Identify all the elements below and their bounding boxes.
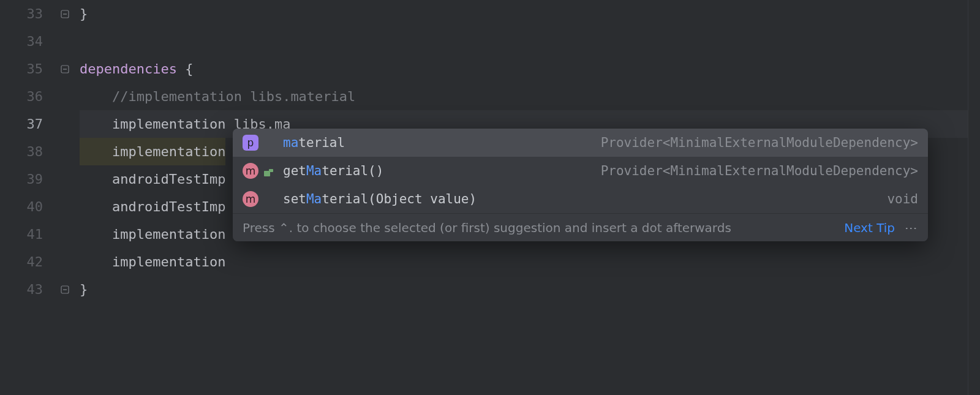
gutter-line: 35 bbox=[0, 55, 74, 83]
gutter-line: 43 bbox=[0, 276, 74, 303]
code-token bbox=[177, 61, 185, 77]
completion-item[interactable]: pmaterialProvider<MinimalExternalModuleD… bbox=[233, 129, 928, 157]
code-token bbox=[80, 89, 112, 104]
code-line[interactable] bbox=[80, 28, 980, 55]
code-line[interactable]: implementation bbox=[80, 248, 980, 276]
completion-item-label: getMaterial() bbox=[283, 164, 383, 178]
gutter-line: 33 bbox=[0, 0, 74, 28]
more-icon[interactable]: ⋮ bbox=[904, 221, 919, 235]
completion-popup: pmaterialProvider<MinimalExternalModuleD… bbox=[233, 129, 928, 241]
gutter-line: 41 bbox=[0, 220, 74, 248]
code-token: } bbox=[80, 6, 88, 21]
fold-close-icon[interactable] bbox=[60, 285, 70, 295]
code-token: dependencies bbox=[80, 61, 177, 77]
completion-item-label: setMaterial(Object value) bbox=[283, 192, 477, 206]
code-token: androidTestImp bbox=[80, 199, 225, 214]
code-token: //implementation libs.material bbox=[112, 89, 355, 104]
gutter-line: 38 bbox=[0, 138, 74, 165]
property-badge-icon: p bbox=[243, 135, 258, 151]
code-token: androidTestImp bbox=[80, 171, 225, 187]
gutter-line: 36 bbox=[0, 83, 74, 110]
completion-footer: Press ⌃. to choose the selected (or firs… bbox=[233, 213, 928, 241]
scrollbar-track[interactable] bbox=[968, 0, 980, 395]
method-badge-icon: m bbox=[243, 163, 258, 179]
code-line[interactable]: dependencies { bbox=[80, 55, 980, 83]
completion-item-type: void bbox=[887, 192, 918, 206]
completion-item[interactable]: mgetMaterial()Provider<MinimalExternalMo… bbox=[233, 157, 928, 185]
completion-item-type: Provider<MinimalExternalModuleDependency… bbox=[601, 135, 918, 150]
gutter-line: 34 bbox=[0, 28, 74, 55]
code-line[interactable]: } bbox=[80, 0, 980, 28]
code-token: implementation bbox=[80, 144, 225, 159]
code-token: implementation bbox=[80, 254, 225, 269]
read-access-icon bbox=[263, 166, 274, 176]
completion-list[interactable]: pmaterialProvider<MinimalExternalModuleD… bbox=[233, 129, 928, 213]
svg-rect-4 bbox=[269, 169, 273, 172]
footer-hint: Press ⌃. to choose the selected (or firs… bbox=[243, 220, 834, 235]
gutter: 3334353637383940414243 bbox=[0, 0, 74, 395]
fold-close-icon[interactable] bbox=[60, 9, 70, 19]
completion-item[interactable]: msetMaterial(Object value)void bbox=[233, 185, 928, 213]
gutter-line: 40 bbox=[0, 193, 74, 220]
gutter-line: 37 bbox=[0, 110, 74, 138]
method-badge-icon: m bbox=[243, 191, 258, 207]
code-editor[interactable]: 3334353637383940414243 }dependencies { /… bbox=[0, 0, 980, 395]
code-token: { bbox=[185, 61, 193, 77]
next-tip-link[interactable]: Next Tip bbox=[844, 220, 895, 235]
gutter-line: 39 bbox=[0, 165, 74, 193]
code-line[interactable]: //implementation libs.material bbox=[80, 83, 980, 110]
fold-open-icon[interactable] bbox=[60, 64, 70, 74]
code-line[interactable]: } bbox=[80, 276, 980, 303]
completion-item-label: material bbox=[283, 135, 345, 150]
code-token: implementation bbox=[80, 227, 225, 242]
completion-item-type: Provider<MinimalExternalModuleDependency… bbox=[601, 164, 918, 178]
gutter-line: 42 bbox=[0, 248, 74, 276]
code-token: } bbox=[80, 282, 88, 297]
